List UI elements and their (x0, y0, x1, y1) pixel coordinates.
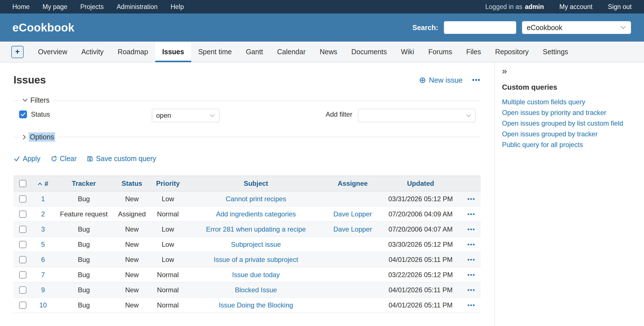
issue-subject-link[interactable]: Add ingredients categories (216, 210, 296, 218)
project-tab[interactable]: Documents (344, 42, 394, 62)
apply-button[interactable]: Apply (13, 155, 40, 163)
issue-subject-link[interactable]: Error 281 when updating a recipe (206, 225, 306, 233)
options-legend-toggle[interactable]: Options (19, 132, 58, 142)
project-tab[interactable]: Roadmap (111, 42, 155, 62)
issue-priority: Normal (150, 207, 186, 222)
issue-row: 7 Bug New Normal Issue due today 03/22/2… (13, 267, 481, 282)
row-checkbox[interactable] (19, 241, 26, 248)
row-more-actions-icon[interactable]: ••• (467, 211, 475, 217)
issue-id-link[interactable]: 1 (41, 195, 45, 203)
issue-id-link[interactable]: 7 (41, 271, 45, 279)
row-more-actions-icon[interactable]: ••• (467, 256, 475, 263)
row-checkbox[interactable] (19, 302, 26, 309)
issue-subject-link[interactable]: Cannot print recipes (226, 195, 286, 203)
issue-row: 9 Bug New Normal Blocked Issue 04/01/202… (13, 282, 481, 298)
top-menu-link[interactable]: Administration (117, 3, 158, 11)
issue-tracker: Bug (54, 252, 114, 267)
row-checkbox[interactable] (19, 286, 26, 294)
issue-updated: 03/30/2026 05:12 PM (379, 237, 462, 252)
project-tab[interactable]: Settings (536, 42, 575, 62)
sidebar-collapse-icon[interactable]: » (502, 66, 507, 75)
status-operator-select[interactable]: open (152, 109, 219, 122)
custom-query-link[interactable]: Open issues by priority and tracker (502, 109, 606, 116)
save-custom-query-button[interactable]: Save custom query (87, 155, 156, 163)
row-more-actions-icon[interactable]: ••• (467, 226, 475, 232)
column-header-id[interactable]: # (32, 176, 54, 191)
column-header-assignee[interactable]: Assignee (326, 176, 379, 191)
column-header-priority[interactable]: Priority (150, 176, 186, 191)
column-header-subject[interactable]: Subject (186, 176, 326, 191)
issue-assignee-link[interactable]: Dave Lopper (333, 210, 372, 218)
add-filter-select[interactable] (358, 109, 476, 122)
select-all-checkbox[interactable] (19, 180, 26, 187)
project-tab[interactable]: Gantt (239, 42, 270, 62)
column-header-status[interactable]: Status (114, 176, 150, 191)
row-more-actions-icon[interactable]: ••• (467, 302, 475, 308)
project-tab[interactable]: Overview (31, 42, 74, 62)
issue-assignee-link[interactable]: Dave Lopper (333, 225, 372, 233)
column-header-updated[interactable]: Updated (379, 176, 462, 191)
sign-out-link[interactable]: Sign out (608, 3, 632, 11)
project-tab[interactable]: Calendar (270, 42, 312, 62)
save-custom-query-label: Save custom query (96, 155, 156, 163)
project-tab[interactable]: Repository (488, 42, 536, 62)
column-header-tracker[interactable]: Tracker (54, 176, 114, 191)
issue-priority: Low (150, 237, 186, 252)
issue-updated: 04/01/2026 05:11 PM (379, 298, 462, 313)
add-tab-button[interactable]: + (11, 46, 24, 58)
project-tab[interactable]: News (313, 42, 344, 62)
top-menu-link[interactable]: Projects (80, 3, 104, 11)
top-menu-link[interactable]: Help (170, 3, 184, 11)
top-menu-link[interactable]: Home (12, 3, 30, 11)
page-more-actions-icon[interactable]: ••• (472, 76, 481, 84)
issue-id-link[interactable]: 6 (41, 256, 45, 263)
issue-status: New (114, 282, 150, 298)
row-checkbox[interactable] (19, 226, 26, 233)
row-checkbox[interactable] (19, 256, 26, 263)
project-tab[interactable]: Spent time (191, 42, 239, 62)
issue-status: New (114, 237, 150, 252)
issue-updated: 07/20/2006 04:09 AM (379, 207, 462, 222)
custom-query-link[interactable]: Open issues grouped by list custom field (502, 119, 623, 127)
project-tab[interactable]: Activity (74, 42, 111, 62)
project-jump-value: eCookbook (527, 24, 562, 32)
issue-subject-link[interactable]: Issue of a private subproject (214, 256, 298, 263)
issue-id-link[interactable]: 10 (39, 301, 47, 309)
row-checkbox[interactable] (19, 271, 26, 279)
clear-button[interactable]: Clear (51, 155, 77, 163)
issue-updated: 04/01/2026 05:11 PM (379, 252, 462, 267)
issue-subject-link[interactable]: Issue due today (232, 271, 280, 279)
new-issue-button[interactable]: ⊕ New issue (419, 76, 463, 85)
project-tab[interactable]: Wiki (394, 42, 421, 62)
row-more-actions-icon[interactable]: ••• (467, 196, 475, 202)
issue-id-link[interactable]: 3 (41, 225, 45, 233)
issue-id-link[interactable]: 9 (41, 286, 45, 294)
issue-id-link[interactable]: 5 (41, 241, 45, 248)
issue-row: 6 Bug New Low Issue of a private subproj… (13, 252, 481, 267)
issue-subject-link[interactable]: Subproject issue (231, 241, 281, 248)
new-issue-label: New issue (429, 76, 463, 85)
row-more-actions-icon[interactable]: ••• (467, 241, 475, 248)
custom-query-link[interactable]: Multiple custom fields query (502, 98, 585, 106)
row-checkbox[interactable] (19, 210, 26, 218)
logged-in-status: Logged in as admin (485, 3, 544, 11)
top-menu-link[interactable]: My page (42, 3, 67, 11)
row-more-actions-icon[interactable]: ••• (467, 271, 475, 278)
search-input[interactable] (444, 21, 516, 34)
status-filter-checkbox[interactable] (19, 110, 27, 118)
issue-row: 10 Bug New Normal Issue Doing the Blocki… (13, 298, 481, 313)
row-more-actions-icon[interactable]: ••• (467, 287, 475, 293)
issue-subject-link[interactable]: Issue Doing the Blocking (219, 301, 293, 309)
project-tab[interactable]: Files (459, 42, 488, 62)
project-tab[interactable]: Forums (421, 42, 459, 62)
issue-id-link[interactable]: 2 (41, 210, 45, 218)
custom-query-link[interactable]: Public query for all projects (502, 141, 583, 148)
save-icon (87, 155, 93, 162)
project-jump-select[interactable]: eCookbook (522, 21, 631, 34)
row-checkbox[interactable] (19, 195, 26, 203)
logged-in-prefix: Logged in as (485, 3, 523, 11)
custom-query-link[interactable]: Open issues grouped by tracker (502, 130, 598, 138)
my-account-link[interactable]: My account (559, 3, 593, 11)
issue-subject-link[interactable]: Blocked Issue (235, 286, 277, 294)
project-tab[interactable]: Issues (155, 42, 191, 62)
